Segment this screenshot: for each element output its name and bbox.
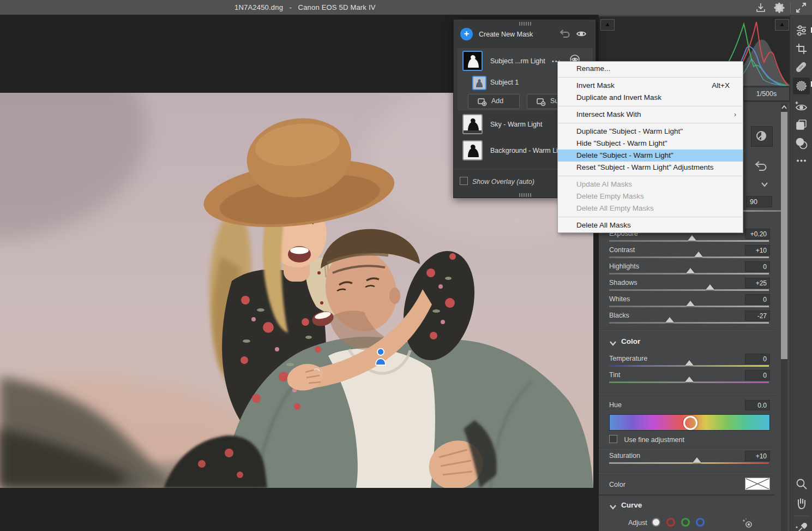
scrollbar-up-arrow[interactable] xyxy=(780,104,788,111)
slider-value[interactable]: -27 xyxy=(745,311,770,321)
white-balance-eyedropper-icon[interactable] xyxy=(793,520,810,531)
curve-channel-green[interactable] xyxy=(681,518,690,527)
preset-dropdown-chevron[interactable] xyxy=(760,181,769,188)
shadow-clipping-indicator[interactable]: ▲ xyxy=(600,19,615,31)
slider-value[interactable]: +25 xyxy=(745,278,770,288)
slider-track[interactable] xyxy=(609,322,769,324)
curve-section-header[interactable]: Curve xyxy=(621,501,642,509)
undo-mask-icon[interactable] xyxy=(558,28,570,39)
hue-thumb[interactable] xyxy=(683,416,697,430)
color-section: Color Temperature 0 Tint 0 Hue 0.0 Use f… xyxy=(599,331,774,495)
slider-track[interactable] xyxy=(609,289,769,291)
slider-value[interactable]: 0.0 xyxy=(745,400,770,410)
slider-track[interactable] xyxy=(609,256,769,258)
settings-gear-icon[interactable] xyxy=(773,2,785,14)
save-download-icon[interactable] xyxy=(755,2,767,14)
slider-track[interactable] xyxy=(609,306,769,307)
slider-thumb[interactable] xyxy=(706,284,714,290)
slider-thumb[interactable] xyxy=(685,377,694,382)
slider-track[interactable] xyxy=(609,273,769,275)
menu-separator xyxy=(558,123,742,123)
chevron-down-icon[interactable] xyxy=(609,504,617,510)
show-overlay-checkbox[interactable] xyxy=(460,177,468,185)
curve-channel-blue[interactable] xyxy=(696,518,705,527)
shutter-speed: 1/500s xyxy=(743,87,790,101)
zoom-tool-icon[interactable] xyxy=(793,476,810,493)
targeted-adjustment-icon[interactable] xyxy=(742,517,754,529)
show-overlay-label[interactable]: Show Overlay (auto) xyxy=(472,178,534,186)
curve-channel-all[interactable] xyxy=(652,518,660,527)
color-swatch-none[interactable] xyxy=(745,478,770,490)
menu-item-intersect[interactable]: Intersect Mask With› xyxy=(558,109,743,121)
slider-value[interactable]: 0 xyxy=(745,261,770,272)
create-new-mask-icon[interactable]: + xyxy=(460,28,473,40)
menu-separator xyxy=(558,217,742,217)
slider-thumb[interactable] xyxy=(694,252,703,257)
invert-mask-icon[interactable] xyxy=(751,126,773,147)
slider-value[interactable]: +10 xyxy=(745,451,770,461)
slider-thumb[interactable] xyxy=(685,360,694,366)
slider-thumb[interactable] xyxy=(665,317,674,323)
slider-track[interactable] xyxy=(609,240,769,242)
highlight-clipping-indicator[interactable]: ▲ xyxy=(775,19,789,31)
mask-row-subject-label[interactable]: Subject ...rm Light xyxy=(490,57,545,65)
menu-item-reset-adjustments[interactable]: Reset "Subject - Warm Light" Adjustments xyxy=(558,162,743,174)
slider-label: Highlights xyxy=(609,262,639,270)
amount-value[interactable]: 90 xyxy=(746,196,772,207)
tint-track[interactable] xyxy=(609,381,769,383)
slider-value[interactable]: 0 xyxy=(745,294,770,305)
slider-value[interactable]: +0.20 xyxy=(745,229,770,239)
red-eye-icon[interactable] xyxy=(793,98,810,115)
panel-grip-bottom[interactable] xyxy=(519,193,532,197)
mask-row-background-label[interactable]: Background - Warm Light xyxy=(490,147,567,154)
presets-icon[interactable] xyxy=(793,116,810,133)
menu-item-delete-mask[interactable]: Delete "Subject - Warm Light" xyxy=(558,150,743,162)
mask-component-label[interactable]: Subject 1 xyxy=(490,79,519,86)
slider-thumb[interactable] xyxy=(688,235,696,241)
mask-component-thumbnail[interactable] xyxy=(472,76,486,90)
hand-tool-icon[interactable] xyxy=(793,495,810,512)
healing-brush-icon[interactable] xyxy=(793,59,810,76)
title-bar: 1N7A2450.dng - Canon EOS 5D Mark IV xyxy=(0,0,812,15)
slider-value[interactable]: +10 xyxy=(745,245,770,255)
menu-item-invert-mask[interactable]: Invert MaskAlt+X xyxy=(558,80,743,92)
edit-sliders-icon[interactable] xyxy=(793,22,810,39)
slider-row-saturation: Saturation +10 xyxy=(599,451,774,467)
panel-eye-icon[interactable] xyxy=(575,28,587,39)
slider-thumb[interactable] xyxy=(686,268,695,273)
menu-item-duplicate-invert[interactable]: Duplicate and Invert Mask xyxy=(558,92,743,104)
more-options-icon[interactable] xyxy=(793,152,810,169)
slider-label: Saturation xyxy=(609,452,640,460)
title-separator: - xyxy=(290,3,292,11)
mask-thumbnail-background[interactable] xyxy=(462,140,483,160)
slider-value[interactable]: 0 xyxy=(745,370,770,380)
curve-channel-red[interactable] xyxy=(666,518,675,527)
slider-value[interactable]: 0 xyxy=(745,354,770,364)
temperature-track[interactable] xyxy=(609,365,769,367)
create-new-mask-label[interactable]: Create New Mask xyxy=(479,31,533,38)
color-grading-icon[interactable] xyxy=(793,135,810,152)
menu-item-delete-all-masks[interactable]: Delete All Masks xyxy=(558,219,743,231)
menu-item-hide-mask[interactable]: Hide "Subject - Warm Light" xyxy=(558,138,743,150)
tool-strip xyxy=(790,15,812,531)
panel-scrollbar-thumb[interactable] xyxy=(781,112,787,359)
saturation-track[interactable] xyxy=(609,462,769,464)
fullscreen-icon[interactable] xyxy=(795,2,807,14)
mask-thumbnail-subject[interactable] xyxy=(462,51,483,71)
reset-icon[interactable] xyxy=(754,161,768,172)
mask-thumbnail-sky[interactable] xyxy=(462,114,483,134)
fine-adjustment-checkbox[interactable] xyxy=(609,435,617,443)
menu-item-duplicate-mask[interactable]: Duplicate "Subject - Warm Light" xyxy=(558,126,743,138)
panel-grip-top[interactable] xyxy=(519,22,532,26)
color-section-header[interactable]: Color xyxy=(621,337,640,345)
add-mask-button[interactable]: Add xyxy=(468,94,520,109)
hue-gradient-bar[interactable] xyxy=(609,414,770,431)
chevron-down-icon[interactable] xyxy=(609,341,617,346)
slider-thumb[interactable] xyxy=(693,457,701,463)
mask-row-sky-label[interactable]: Sky - Warm Light xyxy=(490,121,542,128)
crop-icon[interactable] xyxy=(793,40,810,57)
slider-thumb[interactable] xyxy=(686,301,695,306)
submenu-arrow-icon: › xyxy=(734,109,736,121)
masking-tool-icon[interactable] xyxy=(793,77,810,94)
menu-item-rename[interactable]: Rename... xyxy=(558,63,743,75)
